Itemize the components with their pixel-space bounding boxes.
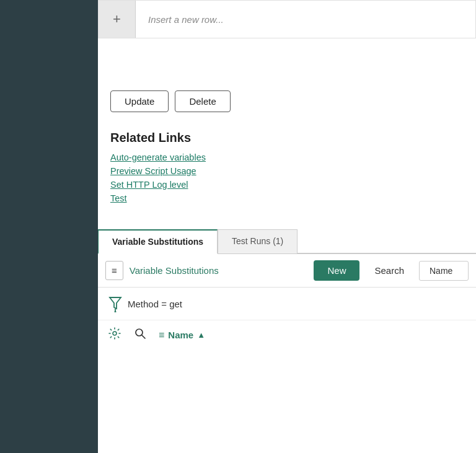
- related-links-title: Related Links: [110, 131, 464, 145]
- related-link-auto-generate[interactable]: Auto-generate variables: [110, 152, 464, 162]
- tabs-container: Variable Substitutions Test Runs (1) ≡ V…: [98, 229, 476, 350]
- filter-row: Method = get: [98, 288, 476, 320]
- sort-arrow-icon[interactable]: ▲: [197, 330, 205, 340]
- main-content: + Insert a new row... Update Delete Rela…: [98, 0, 476, 453]
- search-button[interactable]: Search: [366, 260, 413, 281]
- delete-button[interactable]: Delete: [175, 90, 230, 112]
- column-row: ≡ Name ▲: [98, 320, 476, 350]
- svg-point-3: [136, 329, 143, 336]
- action-buttons-row: Update Delete: [98, 81, 476, 125]
- hamburger-icon: ≡: [112, 265, 117, 276]
- tab-toolbar: ≡ Variable Substitutions New Search Name: [98, 254, 476, 288]
- related-links-section: Related Links Auto-generate variables Pr…: [98, 125, 476, 219]
- tab-variable-substitutions[interactable]: Variable Substitutions: [98, 229, 218, 254]
- new-button[interactable]: New: [314, 260, 359, 281]
- update-button[interactable]: Update: [110, 90, 169, 112]
- related-link-test[interactable]: Test: [110, 193, 464, 203]
- insert-row-plus-button[interactable]: +: [99, 1, 136, 38]
- toolbar-tab-label: Variable Substitutions: [130, 265, 308, 276]
- svg-point-1: [115, 311, 117, 313]
- tabs-header: Variable Substitutions Test Runs (1): [98, 229, 476, 254]
- svg-point-2: [113, 332, 117, 335]
- insert-row-placeholder: Insert a new row...: [136, 14, 236, 25]
- name-column-label: ≡ Name ▲: [159, 330, 205, 341]
- sidebar: [0, 0, 98, 453]
- insert-row-area: + Insert a new row...: [98, 0, 476, 38]
- related-link-preview-script[interactable]: Preview Script Usage: [110, 166, 464, 176]
- list-col-icon: ≡: [159, 330, 164, 341]
- search-column-icon[interactable]: [134, 327, 146, 343]
- related-link-set-http-log[interactable]: Set HTTP Log level: [110, 180, 464, 190]
- plus-icon: +: [113, 11, 121, 27]
- settings-icon[interactable]: [108, 327, 121, 343]
- spacer-area: [98, 43, 476, 81]
- name-field[interactable]: Name: [419, 261, 469, 281]
- filter-icon: [108, 295, 123, 312]
- filter-text: Method = get: [128, 299, 182, 309]
- hamburger-menu-button[interactable]: ≡: [105, 261, 123, 280]
- tab-test-runs[interactable]: Test Runs (1): [218, 229, 298, 253]
- svg-line-4: [142, 335, 145, 338]
